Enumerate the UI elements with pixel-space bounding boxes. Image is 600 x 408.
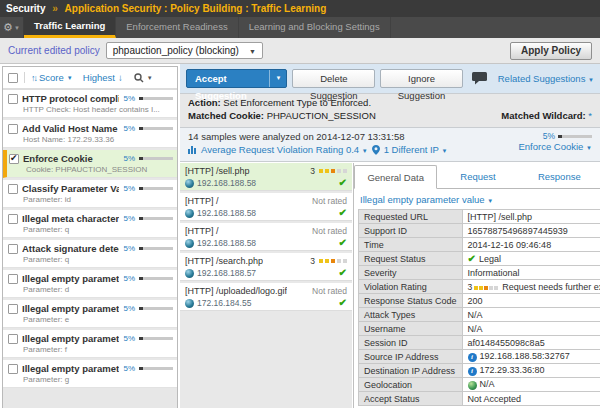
suggestion-title: Attack signature detected [22,243,119,254]
suggestion-item[interactable]: Illegal empty parameter value 5% Paramet… [3,270,177,298]
suggestion-item[interactable]: Illegal empty parameter val... 5% Parame… [3,360,177,388]
rating-square [325,169,329,173]
current-policy-label[interactable]: Current edited policy [8,45,100,56]
suggestion-checkbox[interactable] [8,244,18,254]
avg-violation-rating-link[interactable]: Average Request Violation Rating 0.4 ▼ [201,144,368,155]
rating-square [331,169,335,173]
suggestion-checkbox[interactable] [8,94,18,104]
suggestion-score-bar [139,337,173,340]
action-text: Set Enforcement Type to Enforced. [223,97,371,108]
rating-square [343,259,347,263]
related-suggestions-label: Related Suggestions [498,73,586,84]
check-icon: ✔ [468,253,476,264]
suggestion-title: Illegal meta character in va... [22,213,119,224]
field-label: Username [359,322,463,336]
sample-rating: Not rated [312,196,347,206]
suggestion-score: 5% [123,214,135,223]
tab-general-data[interactable]: General Data [354,165,437,189]
suggestion-subtitle: Parameter: d [23,285,173,294]
suggestions-list: HTTP protocol compliance fa... 5% HTTP C… [3,90,177,388]
suggestion-checkbox[interactable] [8,274,18,284]
rating-square [489,286,493,290]
suggestion-item[interactable]: Attack signature detected 5% Parameter: … [3,240,177,268]
suggestion-checkbox[interactable] [8,184,18,194]
accept-dropdown-caret[interactable]: ▼ [269,70,286,87]
sample-item[interactable]: [HTTP] / Not rated 192.168.188.58 ✔ [180,223,352,251]
suggestion-item[interactable]: HTTP protocol compliance fa... 5% HTTP C… [3,90,177,118]
globe-icon [185,179,194,188]
suggestion-title: Illegal empty parameter value [22,273,119,284]
delete-suggestion-button[interactable]: Delete Suggestion [292,69,375,88]
tab-request[interactable]: Request [437,165,518,188]
suggestion-score-bar [139,277,173,280]
field-value: N/A [462,378,600,392]
suggestion-subtitle: Parameter: e [23,315,173,324]
enforce-cookie-label: Enforce Cookie [518,141,583,152]
suggestion-item[interactable]: Add Valid Host Name 5% Host Name: 172.29… [3,120,177,148]
field-label: Violation Rating [359,280,463,294]
tab-traffic-learning[interactable]: Traffic Learning [24,17,116,38]
chevron-down-icon: ▼ [67,75,73,81]
table-row: Request Status ✔Legal [359,252,600,266]
globe-icon [185,209,194,218]
settings-gear-button[interactable]: ⚙▼ [0,17,24,38]
suggestions-panel: ↑↓ Score ▼ Highest ↓ ▼ HTTP protocol com… [2,66,178,408]
suggestion-title: Classify Parameter Value T... [22,183,119,194]
field-label: Severity [359,266,463,280]
apply-policy-button[interactable]: Apply Policy [510,42,592,60]
accept-suggestion-button[interactable]: Accept Suggestion ▼ [186,69,287,88]
suggestion-score-bar [139,307,173,310]
suggestion-item[interactable]: Enforce Cookie 5% Cookie: PHPAUCTION_SES… [3,150,177,178]
sort-score-button[interactable]: Score [39,72,64,83]
sample-ip: 192.168.188.58 [197,208,256,218]
suggestion-checkbox[interactable] [8,304,18,314]
enforce-cookie-link[interactable]: Enforce Cookie ▼ [518,141,592,152]
suggestion-title: Add Valid Host Name [22,123,119,134]
suggestion-checkbox[interactable] [8,124,18,134]
rating-square [331,259,335,263]
suggestion-item[interactable]: Classify Parameter Value T... 5% Paramet… [3,180,177,208]
suggestion-toolbar: Accept Suggestion ▼ Delete Suggestion Ig… [180,64,600,93]
rating-square [343,169,347,173]
select-all-checkbox[interactable] [8,73,18,83]
search-icon[interactable] [134,73,144,83]
suggestion-score-bar [139,187,173,190]
sort-icon[interactable]: ↑↓ [31,73,36,83]
tab-enforcement-readiness[interactable]: Enforcement Readiness [116,17,238,38]
tab-learning-blocking-settings[interactable]: Learning and Blocking Settings [239,17,391,38]
sort-order-button[interactable]: Highest [83,72,115,83]
suggestion-item[interactable]: Illegal meta character in va... 5% Param… [3,210,177,238]
violation-selector-link[interactable]: Illegal empty parameter value ▼ [354,189,600,208]
table-row: Time 2014-12-16 09:46:48 [359,238,600,252]
suggestion-checkbox[interactable] [9,154,19,164]
sample-item[interactable]: [HTTP] /search.php 3 192.168.188.57 ✔ [180,253,352,281]
suggestion-checkbox[interactable] [8,214,18,224]
samples-summary-text: 14 samples were analyzed on 2014-12-07 1… [188,131,447,142]
globe-icon [185,299,194,308]
sample-item[interactable]: [HTTP] / Not rated 192.168.188.58 ✔ [180,193,352,221]
entity-score-bar [558,135,592,138]
tab-response[interactable]: Response [519,165,600,188]
sample-item[interactable]: [HTTP] /sell.php 3 192.168.188.58 ✔ [180,163,352,191]
policy-select[interactable]: phpauction_policy (blocking)▼ [106,42,263,59]
sample-item[interactable]: [HTTP] /uploaded/logo.gif Not rated 172.… [180,283,352,311]
sample-ip: 192.168.188.58 [197,238,256,248]
field-label: Destination IP Address [359,364,463,378]
globe-icon [468,381,477,390]
suggestion-item[interactable]: Illegal empty parameter val... 5% Parame… [3,300,177,328]
suggestion-item[interactable]: Illegal empty parameter val... 5% Parame… [3,330,177,358]
different-ip-link[interactable]: 1 Different IP ▼ [384,144,448,155]
field-value: N/A [462,308,600,322]
chevron-down-icon[interactable]: ▼ [147,75,153,81]
ignore-suggestion-button[interactable]: Ignore Suggestion [380,69,462,88]
suggestion-checkbox[interactable] [8,364,18,374]
comment-icon[interactable] [472,72,488,85]
related-suggestions-link[interactable]: Related Suggestions ▼ [498,73,594,84]
info-icon: i [468,353,477,362]
breadcrumb-root[interactable]: Security [6,3,45,14]
table-row: Geolocation N/A [359,378,600,392]
nav-tabbar: ⚙▼ Traffic Learning Enforcement Readines… [0,17,600,38]
suggestion-checkbox[interactable] [8,334,18,344]
chevron-down-icon: ▼ [249,48,256,55]
suggestion-subtitle: Parameter: q [23,255,173,264]
